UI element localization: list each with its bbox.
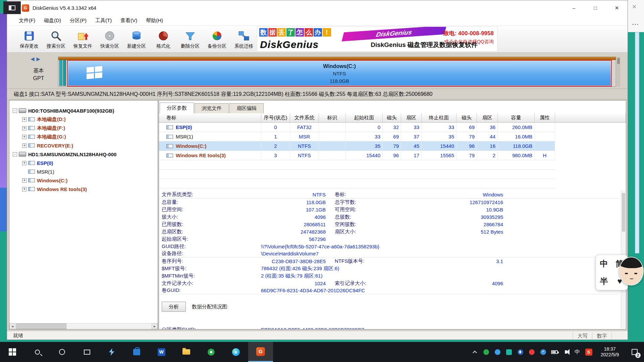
battery-button[interactable]	[549, 342, 560, 362]
start-button[interactable]	[0, 342, 25, 362]
tree-node-hd0[interactable]: -HD0:TOSHIBAMQ04ABF100(932GB)	[13, 107, 114, 115]
next-disk-icon[interactable]: ▶	[37, 56, 43, 62]
expand-icon[interactable]: +	[22, 135, 26, 139]
tree-node-msr[interactable]: MSR(1)	[22, 168, 54, 176]
tray-snowflake-button[interactable]: *	[537, 342, 549, 362]
cortana-button[interactable]	[50, 342, 74, 362]
volume-button[interactable]	[560, 342, 572, 362]
expand-icon[interactable]: +	[22, 117, 26, 122]
new-partition-button[interactable]: 新建分区	[123, 27, 150, 52]
sogou-button[interactable]: S	[583, 342, 594, 362]
table-row-esp[interactable]: ESP(0) 0FAT3203233336936260.0MB	[159, 123, 626, 132]
system-tray: * 中 S 18:37 2022/5/9 2	[469, 342, 644, 362]
windows-partition-block[interactable]: Windows(C:) NTFS 118.0GB	[67, 60, 612, 86]
scrollbar-thumb[interactable]	[16, 323, 66, 329]
delete-partition-button[interactable]: 删除分区	[177, 27, 204, 52]
lightning-icon	[109, 348, 114, 356]
background-close-icon[interactable]: ✕	[632, 3, 637, 10]
disk-bar-scrollbar[interactable]	[617, 57, 620, 87]
ime-chinese-mode[interactable]: 中	[600, 258, 608, 269]
collapse-icon[interactable]: -	[13, 109, 17, 113]
windows-logo-icon	[9, 348, 16, 356]
tree-node-windows-re[interactable]: +Windows RE tools(3)	[22, 185, 87, 193]
word-button[interactable]: W	[149, 342, 174, 362]
taskbar-search-button[interactable]	[25, 342, 50, 362]
save-changes-button[interactable]: 保存更改	[16, 27, 43, 52]
task-view-button[interactable]	[74, 342, 99, 362]
background-scrollbar[interactable]	[635, 32, 639, 253]
tree-node-local-g[interactable]: +本地磁盘(G:)	[22, 133, 66, 141]
menu-tools[interactable]: 工具(T)	[91, 17, 116, 24]
collapse-icon[interactable]: -	[13, 152, 17, 157]
backup-partition-button[interactable]: 备份分区	[204, 27, 230, 52]
tree-horizontal-scrollbar[interactable]: ◂ ▸	[9, 323, 158, 329]
table-row-windows-re[interactable]: Windows RE tools(3) 3NTFS154409617155657…	[159, 151, 626, 160]
background-more-icon[interactable]: ⋯	[632, 20, 639, 28]
tree-node-esp[interactable]: +ESP(0)	[22, 159, 53, 167]
tab-sector-edit[interactable]: 扇区编辑	[229, 103, 264, 113]
title-bar[interactable]: G DiskGenius V5.4.3.1342 x64 – □ ✕	[7, 0, 628, 15]
esp-partition-block[interactable]	[59, 60, 62, 86]
table-row-msr[interactable]: MSR(1) 1MSR33693735794416.0MB	[159, 132, 626, 141]
menu-disk[interactable]: 磁盘(D)	[40, 17, 65, 24]
scroll-right-icon[interactable]: ▸	[152, 323, 158, 329]
tree-node-recovery-e[interactable]: +RECOVERY(E:)	[22, 141, 73, 149]
ad-banner[interactable]: 数据丢了怎么办！ DiskGenius DiskGenius 致电: 400-0…	[257, 26, 497, 52]
green-app-icon	[208, 349, 215, 356]
menu-view[interactable]: 查看(V)	[116, 17, 142, 24]
expand-icon[interactable]: +	[22, 161, 26, 165]
ime-language-button[interactable]: 中	[572, 342, 583, 362]
format-button[interactable]: 格式化	[150, 27, 177, 52]
tray-cloud-button[interactable]	[492, 342, 503, 362]
menu-help[interactable]: 帮助(H)	[142, 17, 167, 24]
tree-node-local-f[interactable]: +本地磁盘(F:)	[22, 124, 65, 132]
expand-icon[interactable]: +	[22, 126, 26, 130]
clock-time: 18:37	[594, 346, 625, 352]
analyze-button[interactable]: 分析	[162, 302, 186, 312]
tray-qq-button[interactable]	[515, 342, 526, 362]
app-green-button[interactable]	[199, 342, 223, 362]
system-migration-button[interactable]: 系统迁移	[230, 27, 257, 52]
diskgenius-logo-icon: G	[22, 4, 29, 12]
action-center-button[interactable]: 2	[625, 342, 644, 362]
tree-node-local-d[interactable]: +本地磁盘(D:)	[22, 115, 66, 123]
floating-tool-fragment[interactable]	[3, 1, 21, 14]
tab-browse-files[interactable]: 浏览文件	[195, 103, 229, 113]
disk-icon	[19, 108, 26, 113]
scroll-left-icon[interactable]: ◂	[9, 323, 15, 329]
partition-fs: NTFS	[68, 70, 611, 77]
maximize-button[interactable]: □	[585, 0, 606, 15]
recover-files-button[interactable]: 恢复文件	[69, 27, 96, 52]
tray-red-button[interactable]	[526, 342, 537, 362]
tab-partition-parameters[interactable]: 分区参数	[160, 103, 194, 113]
taskbar-clock[interactable]: 18:37 2022/5/9	[594, 346, 625, 358]
tray-antivirus-button[interactable]	[480, 342, 492, 362]
menu-partition[interactable]: 分区(P)	[65, 17, 91, 24]
microsoft-store-button[interactable]	[124, 342, 149, 362]
edge-button[interactable]: e	[223, 342, 248, 362]
menu-file[interactable]: 文件(F)	[14, 17, 40, 24]
search-partition-button[interactable]: 搜索分区	[43, 27, 69, 52]
expand-icon[interactable]: +	[22, 143, 26, 148]
ime-halfwidth-mode[interactable]: 半	[600, 276, 608, 287]
hidden-icons-button[interactable]	[469, 342, 480, 362]
table-row-windows-c-selected[interactable]: Windows(C:) 2NTFS357945154409616118.0GB	[159, 141, 626, 151]
status-ready: 就绪	[7, 333, 23, 339]
minimize-button[interactable]: –	[563, 0, 585, 15]
expand-icon[interactable]: +	[22, 187, 26, 191]
scrollbar-thumb[interactable]	[622, 193, 625, 232]
taskbar: W e G * 中 S 18:37 2022/5/9 2	[0, 342, 644, 362]
app-lightning-button[interactable]	[99, 342, 124, 362]
msr-partition-block[interactable]	[63, 60, 66, 86]
quick-partition-button[interactable]: 快速分区	[96, 27, 123, 52]
ad-brand-text: DiskGenius	[260, 39, 319, 50]
expand-icon[interactable]: +	[22, 178, 26, 183]
disk-nav-arrows[interactable]: ◀▶	[31, 56, 42, 62]
tree-node-hd1[interactable]: -HD1:SAMSUNGMZNLN128HAHQ-000	[13, 150, 116, 158]
tray-teal-button[interactable]	[503, 342, 515, 362]
diskgenius-taskbar-button[interactable]: G	[248, 342, 273, 362]
prev-disk-icon[interactable]: ◀	[31, 56, 37, 62]
file-explorer-button[interactable]	[174, 342, 199, 362]
tree-node-windows-c[interactable]: +Windows(C:)	[22, 176, 68, 184]
close-button[interactable]: ✕	[606, 0, 628, 15]
